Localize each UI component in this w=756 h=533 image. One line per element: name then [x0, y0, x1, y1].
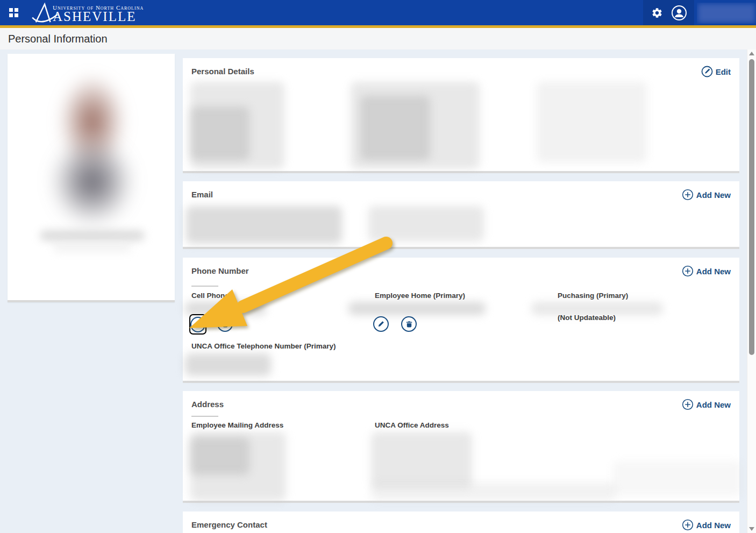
scrollbar-thumb[interactable]	[749, 59, 754, 355]
emergency-contact-card: Emergency Contact Add New	[183, 511, 739, 533]
add-new-email-button[interactable]: Add New	[682, 189, 731, 201]
scrollbar-down-arrow[interactable]	[749, 527, 754, 531]
redacted-address	[190, 437, 249, 475]
phone-number-card: Phone Number Add New Cell Phone Employee…	[183, 258, 739, 383]
plus-circle-icon	[682, 399, 694, 410]
section-title-phone: Phone Number	[191, 266, 249, 275]
redacted-address	[371, 432, 472, 488]
section-divider	[191, 286, 218, 287]
redacted-phone-value	[185, 302, 266, 315]
profile-button[interactable]	[672, 5, 687, 20]
user-icon	[672, 5, 687, 20]
delete-home-phone-button[interactable]	[401, 316, 417, 332]
plus-circle-icon	[682, 519, 694, 531]
page-title-bar: Personal Information	[0, 28, 756, 49]
phone-label-puchasing: Puchasing (Primary)	[558, 292, 628, 300]
unca-logo[interactable]: University of North Carolina ASHEVILLE	[31, 1, 144, 25]
add-new-emergency-contact-button[interactable]: Add New	[682, 519, 731, 531]
address-card: Address Add New Employee Mailing Address…	[183, 391, 739, 503]
email-card: Email Add New	[183, 181, 739, 249]
section-title-emergency: Emergency Contact	[191, 520, 267, 529]
redacted-field-group	[537, 82, 647, 162]
phone-label-cell: Cell Phone	[191, 292, 229, 300]
pencil-icon	[377, 320, 385, 328]
edit-personal-details-button[interactable]: Edit	[701, 66, 731, 77]
phone-label-home: Employee Home (Primary)	[375, 292, 465, 300]
add-new-label: Add New	[696, 267, 731, 276]
redacted-name-line	[53, 244, 131, 252]
phone-label-unca-office: UNCA Office Telephone Number (Primary)	[191, 342, 336, 350]
redacted-address	[371, 482, 616, 501]
not-updateable-note: (Not Updateable)	[558, 314, 616, 322]
grid-icon	[9, 8, 13, 12]
section-divider	[191, 416, 218, 417]
section-title-email: Email	[191, 190, 213, 199]
plus-circle-icon	[682, 265, 694, 277]
scrollbar-up-arrow[interactable]	[749, 52, 754, 55]
add-new-label: Add New	[696, 400, 731, 409]
redacted-field-group	[360, 96, 430, 160]
logo-line2: ASHEVILLE	[53, 11, 144, 22]
unca-logo-text: University of North Carolina ASHEVILLE	[53, 4, 144, 22]
trash-icon	[405, 321, 413, 328]
section-title-address: Address	[191, 400, 224, 409]
settings-button[interactable]	[651, 7, 663, 19]
user-name-redacted	[697, 3, 756, 24]
redacted-phone-value	[348, 302, 486, 315]
profile-photo-card	[8, 54, 175, 302]
add-new-label: Add New	[696, 190, 731, 200]
topbar-icon-panel	[643, 0, 694, 25]
add-new-label: Add New	[696, 521, 731, 530]
top-nav-bar: University of North Carolina ASHEVILLE	[0, 0, 756, 28]
edit-cell-phone-button[interactable]	[190, 317, 205, 332]
add-new-phone-button[interactable]: Add New	[682, 265, 731, 277]
vertical-scrollbar	[747, 49, 756, 533]
redacted-address	[613, 461, 742, 496]
app-menu-button[interactable]	[9, 8, 19, 18]
gear-icon	[651, 7, 663, 19]
section-title-personal-details: Personal Details	[191, 67, 254, 76]
trash-icon	[222, 321, 229, 328]
redacted-email	[368, 206, 484, 241]
focus-ring-cell-edit	[189, 314, 206, 335]
edit-home-phone-button[interactable]	[373, 316, 389, 332]
redacted-photo-body	[51, 137, 134, 226]
edit-label: Edit	[716, 67, 731, 76]
add-new-address-button[interactable]: Add New	[682, 399, 731, 410]
app-window: University of North Carolina ASHEVILLE	[0, 0, 756, 533]
pencil-circle-icon	[701, 66, 713, 77]
delete-cell-phone-button[interactable]	[217, 316, 233, 332]
plus-circle-icon	[682, 189, 694, 201]
address-label-office: UNCA Office Address	[375, 421, 449, 429]
address-label-mailing: Employee Mailing Address	[191, 421, 283, 429]
redacted-name-line	[40, 230, 145, 241]
redacted-field-group	[190, 106, 249, 160]
page-title: Personal Information	[0, 28, 756, 49]
personal-details-card: Personal Details Edit	[183, 58, 739, 173]
pencil-icon	[194, 321, 202, 329]
redacted-email	[186, 206, 342, 244]
redacted-phone-value	[185, 353, 271, 376]
